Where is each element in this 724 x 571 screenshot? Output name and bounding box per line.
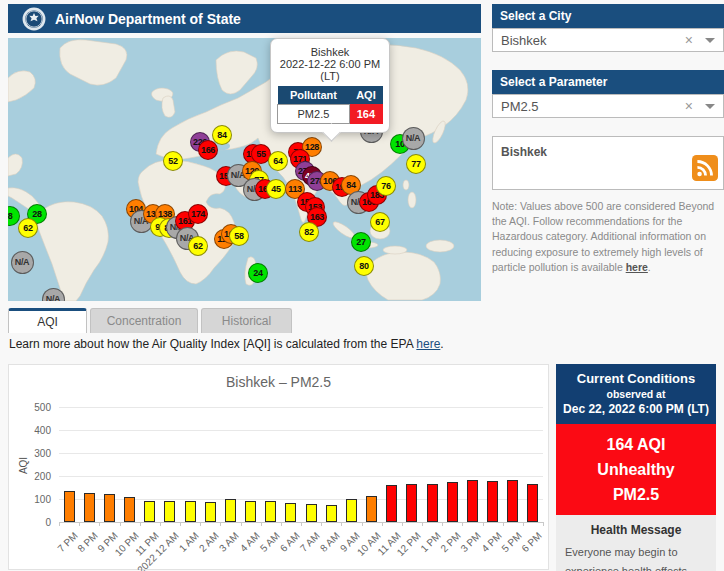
parameter-caret-icon[interactable] bbox=[705, 104, 715, 109]
chart-bar[interactable] bbox=[386, 485, 397, 522]
aqi-marker[interactable]: 27 bbox=[351, 232, 371, 252]
chart-bar[interactable] bbox=[507, 480, 518, 522]
note-here-link[interactable]: here bbox=[626, 261, 648, 273]
chart-bar[interactable] bbox=[245, 501, 256, 522]
aqi-marker[interactable]: 84 bbox=[212, 125, 232, 145]
x-tick-label: 8 PM bbox=[76, 530, 100, 554]
x-tick-label: 7 AM bbox=[298, 530, 322, 554]
chart-bar[interactable] bbox=[285, 503, 296, 522]
x-tick-mark bbox=[140, 522, 141, 526]
x-tick-mark bbox=[382, 522, 383, 526]
tab-concentration[interactable]: Concentration bbox=[90, 308, 198, 333]
city-select[interactable]: Bishkek × bbox=[492, 28, 724, 52]
chart-bar[interactable] bbox=[306, 504, 317, 522]
x-tick-mark bbox=[200, 522, 201, 526]
x-tick-label: 5 PM bbox=[499, 530, 523, 554]
chart-gridline bbox=[59, 407, 543, 408]
x-tick-mark bbox=[301, 522, 302, 526]
x-tick-mark bbox=[220, 522, 221, 526]
aqi-note: Note: Values above 500 are considered Be… bbox=[492, 199, 724, 275]
x-tick-mark bbox=[99, 522, 100, 526]
aqi-marker[interactable]: N/A bbox=[11, 251, 34, 274]
popup-pollutant-value: PM2.5 bbox=[278, 105, 350, 124]
chart-bar[interactable] bbox=[124, 497, 135, 522]
chart-bar[interactable] bbox=[427, 484, 438, 522]
x-tick-label: 3 AM bbox=[217, 530, 241, 554]
x-tick-mark bbox=[341, 522, 342, 526]
popup-city: Bishkek bbox=[277, 46, 383, 58]
parameter-select[interactable]: PM2.5 × bbox=[492, 94, 724, 118]
chart-gridline bbox=[59, 430, 543, 431]
aqi-marker[interactable]: 82 bbox=[299, 222, 319, 242]
city-select-header: Select a City bbox=[492, 4, 724, 28]
aqi-marker[interactable]: 64 bbox=[268, 151, 288, 171]
aqi-marker[interactable]: 76 bbox=[376, 176, 396, 196]
aqi-marker[interactable]: 52 bbox=[163, 151, 183, 171]
parameter-clear-icon[interactable]: × bbox=[685, 98, 693, 114]
x-tick-mark bbox=[120, 522, 121, 526]
aqi-marker[interactable]: 80 bbox=[354, 256, 374, 276]
x-tick-label: 8 AM bbox=[318, 530, 342, 554]
x-tick-mark bbox=[321, 522, 322, 526]
tab-aqi[interactable]: AQI bbox=[8, 308, 87, 333]
chart-title: Bishkek – PM2.5 bbox=[9, 374, 548, 390]
chart-bar[interactable] bbox=[366, 496, 377, 522]
chart-bar[interactable] bbox=[406, 484, 417, 522]
x-tick-label: 7 PM bbox=[56, 530, 80, 554]
city-caret-icon[interactable] bbox=[705, 38, 715, 43]
aqi-marker[interactable]: N/A bbox=[402, 127, 425, 150]
city-clear-icon[interactable]: × bbox=[685, 32, 693, 48]
city-feed-box: Bishkek bbox=[492, 136, 724, 190]
x-tick-label: 2 AM bbox=[197, 530, 221, 554]
chart-bar[interactable] bbox=[346, 499, 357, 522]
feed-city-label: Bishkek bbox=[501, 145, 715, 159]
current-conditions-title: Current Conditions bbox=[560, 371, 712, 386]
popup-aqi-value: 164 bbox=[349, 105, 382, 124]
tab-historical[interactable]: Historical bbox=[201, 308, 292, 333]
observed-at-label: observed at bbox=[560, 388, 712, 400]
x-tick-mark bbox=[503, 522, 504, 526]
chart-bar[interactable] bbox=[467, 480, 478, 522]
x-tick-mark bbox=[241, 522, 242, 526]
epa-here-link[interactable]: here bbox=[416, 337, 440, 351]
chart-bar[interactable] bbox=[527, 484, 538, 522]
city-select-value: Bishkek bbox=[501, 33, 685, 48]
world-map[interactable]: 82862N/AN/A104N/A1361389888N/A161174N/A6… bbox=[8, 38, 481, 301]
chart-bar[interactable] bbox=[144, 501, 155, 522]
chart-bar[interactable] bbox=[185, 501, 196, 522]
x-tick-label: 2 PM bbox=[439, 530, 463, 554]
chart-bar[interactable] bbox=[64, 491, 75, 522]
aqi-pollutant: PM2.5 bbox=[556, 482, 716, 507]
chart-bar[interactable] bbox=[326, 505, 337, 522]
aqi-marker[interactable]: 62 bbox=[18, 218, 38, 238]
chart-bar[interactable] bbox=[205, 502, 216, 522]
chart-bar[interactable] bbox=[164, 501, 175, 522]
app-header: AirNow Department of State bbox=[8, 4, 481, 33]
chart-bar[interactable] bbox=[84, 493, 95, 522]
aqi-marker[interactable]: 174 bbox=[188, 204, 208, 224]
popup-col-aqi: AQI bbox=[349, 86, 382, 105]
aqi-marker[interactable]: 24 bbox=[248, 263, 268, 283]
chart-bar[interactable] bbox=[265, 501, 276, 522]
aqi-category: Unhealthy bbox=[556, 457, 716, 482]
current-conditions-header: Current Conditions observed at Dec 22, 2… bbox=[556, 364, 716, 424]
aqi-marker[interactable]: 77 bbox=[406, 154, 426, 174]
chart-bar[interactable] bbox=[104, 494, 115, 522]
aqi-value-block: 164 AQI Unhealthy PM2.5 bbox=[556, 424, 716, 515]
aqi-marker[interactable]: 62 bbox=[188, 236, 208, 256]
aqi-marker[interactable]: 58 bbox=[229, 226, 249, 246]
y-tick-label: 200 bbox=[19, 471, 51, 482]
chart-bar[interactable] bbox=[447, 482, 458, 522]
x-tick-mark bbox=[402, 522, 403, 526]
aqi-marker[interactable]: 45 bbox=[266, 179, 286, 199]
observed-datetime: Dec 22, 2022 6:00 PM (LT) bbox=[560, 402, 712, 416]
chart-bar[interactable] bbox=[225, 499, 236, 522]
aqi-marker[interactable]: 67 bbox=[370, 212, 390, 232]
dos-seal-icon bbox=[22, 7, 46, 31]
popup-col-pollutant: Pollutant bbox=[278, 86, 350, 105]
x-tick-mark bbox=[422, 522, 423, 526]
chart-bar[interactable] bbox=[487, 481, 498, 522]
y-tick-label: 100 bbox=[19, 494, 51, 505]
rss-icon[interactable] bbox=[692, 155, 718, 185]
y-tick-label: 300 bbox=[19, 448, 51, 459]
